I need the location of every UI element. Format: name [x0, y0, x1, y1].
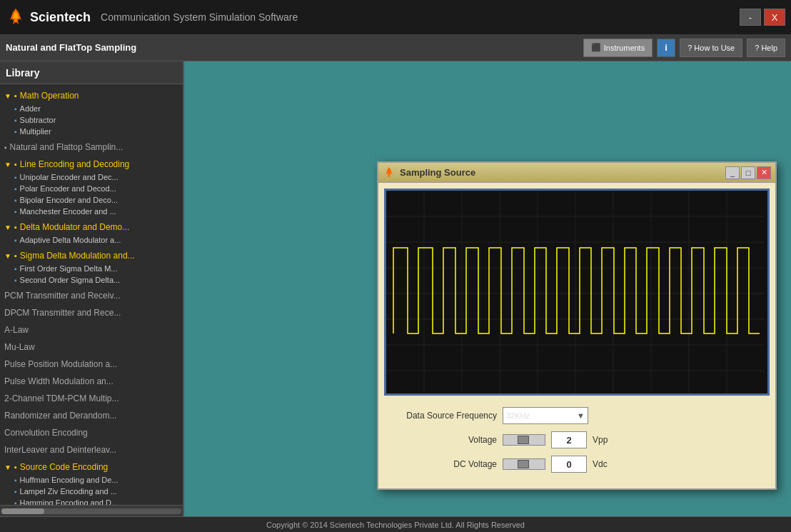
voltage-slider[interactable] [503, 434, 545, 446]
sampling-dialog: Sampling Source _ □ ✕ [377, 161, 777, 490]
list-item[interactable]: ▪ Hamming Encoding and D... [11, 497, 183, 505]
tree-parent-randomizer[interactable]: Randomizer and Derandom... [0, 408, 183, 423]
expand-arrow-natural: ▪ [4, 144, 7, 151]
scroll-thumb[interactable] [1, 508, 44, 514]
dc-voltage-slider[interactable] [503, 458, 545, 470]
dialog-close-button[interactable]: ✕ [757, 166, 771, 179]
doc-icon: ▪ [14, 185, 17, 193]
oscilloscope-grid [386, 191, 767, 393]
tree-parent-source[interactable]: ▼ ▪ Source Code Encoding [0, 460, 183, 474]
dialog-title: Sampling Source [400, 167, 475, 178]
voltage-value-box: 2 [551, 431, 587, 448]
list-item[interactable]: ▪ Huffman Encoding and De... [11, 474, 183, 486]
expand-arrow-source: ▼ [4, 463, 11, 471]
tree-label-mulaw: Mu-Law [4, 342, 35, 352]
dialog-title-left: Sampling Source [383, 166, 475, 179]
dc-voltage-unit: Vdc [593, 459, 608, 469]
oscilloscope-display [384, 189, 770, 396]
list-item[interactable]: ▪ Manchester Encoder and ... [11, 206, 183, 217]
tree-group-delta: ▼ ▪ Delta Modulator and Demo... ▪ Adapti… [0, 219, 183, 247]
tree-parent-alaw[interactable]: A-Law [0, 323, 183, 337]
tree-parent-sigma[interactable]: ▼ ▪ Sigma Delta Modulation and... [0, 249, 183, 263]
list-item[interactable]: ▪ Bipolar Encoder and Deco... [11, 194, 183, 206]
tree-parent-delta[interactable]: ▼ ▪ Delta Modulator and Demo... [0, 220, 183, 234]
app-title: Scientech [30, 10, 91, 25]
list-item[interactable]: ▪ Second Order Sigma Delta... [11, 274, 183, 286]
list-item[interactable]: ▪ Adder [11, 103, 183, 114]
doc-icon: ▪ [14, 499, 17, 506]
tree-parent-pcm[interactable]: PCM Transmitter and Receiv... [0, 288, 183, 303]
doc-icon: ▪ [14, 208, 17, 216]
how-to-use-button[interactable]: ? How to Use [680, 39, 742, 57]
tree-parent-tdm[interactable]: 2-Channel TDM-PCM Multip... [0, 391, 183, 406]
freq-dropdown[interactable]: 32KHz ▼ [503, 407, 588, 424]
doc-icon: ▪ [14, 265, 17, 273]
dialog-minimize-button[interactable]: _ [725, 166, 740, 179]
list-item[interactable]: ▪ Unipolar Encoder and Dec... [11, 171, 183, 183]
freq-label: Data Source Frequency [390, 411, 497, 421]
main-layout: Natural and FlatTop Sampling ⬛ Instrumen… [0, 34, 791, 532]
tree-label-line: Line Encoding and Decoding [20, 159, 129, 169]
tree-label-delta: Delta Modulator and Demo... [20, 222, 129, 232]
dialog-logo-icon [383, 166, 396, 179]
titlebar-controls: - X [740, 9, 785, 26]
tree-label-dpcm: DPCM Transmitter and Rece... [4, 308, 121, 318]
app-logo: Scientech Communication System Simulatio… [6, 7, 298, 27]
dc-voltage-label: DC Voltage [390, 459, 497, 469]
help-button[interactable]: ? Help [747, 39, 785, 57]
tree-parent-line[interactable]: ▼ ▪ Line Encoding and Decoding [0, 157, 183, 171]
dropdown-arrow-icon: ▼ [577, 411, 585, 420]
content-title: Natural and FlatTop Sampling [6, 42, 579, 53]
dc-voltage-control-row: DC Voltage 0 Vdc [390, 456, 764, 473]
tree-parent-interleaver[interactable]: InterLeaver and Deinterleav... [0, 443, 183, 457]
expand-arrow-delta: ▼ [4, 224, 11, 231]
tree-label-pwm: Pulse Width Modulation an... [4, 376, 114, 386]
library-tree[interactable]: ▼ ▪ Math Operation ▪ Adder ▪ Subtractor [0, 84, 183, 505]
tree-children-math: ▪ Adder ▪ Subtractor ▪ Multiplier [0, 103, 183, 137]
tree-label-tdm: 2-Channel TDM-PCM Multip... [4, 393, 119, 403]
list-item[interactable]: ▪ Polar Encoder and Decod... [11, 183, 183, 194]
tree-group-sigma: ▼ ▪ Sigma Delta Modulation and... ▪ Firs… [0, 247, 183, 287]
tree-parent-pwm[interactable]: Pulse Width Modulation an... [0, 374, 183, 388]
copyright-text: Copyright © 2014 Scientech Technologies … [266, 521, 525, 529]
tree-group-dpcm: DPCM Transmitter and Rece... [0, 304, 183, 321]
tree-parent-convolution[interactable]: Convolution Encoding [0, 426, 183, 440]
close-app-button[interactable]: X [764, 9, 785, 26]
scroll-track [1, 508, 181, 514]
voltage-slider-thumb[interactable] [518, 436, 529, 444]
list-item[interactable]: ▪ Subtractor [11, 114, 183, 126]
doc-icon: ▪ [14, 105, 17, 113]
list-item[interactable]: ▪ First Order Sigma Delta M... [11, 263, 183, 274]
minimize-button[interactable]: - [740, 9, 761, 26]
list-item[interactable]: ▪ Lampel Ziv Encoding and ... [11, 486, 183, 497]
info-button[interactable]: i [657, 39, 675, 57]
tree-group-convolution: Convolution Encoding [0, 424, 183, 441]
tree-parent-dpcm[interactable]: DPCM Transmitter and Rece... [0, 306, 183, 320]
tree-group-tdm: 2-Channel TDM-PCM Multip... [0, 390, 183, 407]
folder-icon-math: ▪ [14, 91, 17, 100]
list-item[interactable]: ▪ Adaptive Delta Modulator a... [11, 234, 183, 246]
content-area: duit TP4 Sampling Source [184, 61, 791, 516]
tree-label-source: Source Code Encoding [20, 462, 108, 472]
expand-arrow-sigma: ▼ [4, 252, 11, 260]
list-item[interactable]: ▪ Multiplier [11, 126, 183, 137]
dc-voltage-slider-thumb[interactable] [518, 460, 529, 468]
tree-group-natural: ▪ Natural and Flattop Samplin... [0, 139, 183, 156]
folder-icon-delta: ▪ [14, 223, 17, 231]
library-scrollbar-h[interactable] [0, 505, 183, 516]
tree-parent-math[interactable]: ▼ ▪ Math Operation [0, 89, 183, 103]
tree-label-randomizer: Randomizer and Derandom... [4, 411, 116, 421]
instruments-button[interactable]: ⬛ Instruments [583, 39, 653, 57]
tree-parent-natural[interactable]: ▪ Natural and Flattop Samplin... [0, 140, 183, 154]
tree-parent-ppm[interactable]: Pulse Position Modulation a... [0, 357, 183, 371]
app-subtitle: Communication System Simulation Software [101, 11, 298, 23]
tree-children-line: ▪ Unipolar Encoder and Dec... ▪ Polar En… [0, 171, 183, 217]
tree-label-convolution: Convolution Encoding [4, 428, 88, 438]
instruments-icon: ⬛ [591, 43, 601, 52]
svg-marker-2 [386, 167, 393, 178]
body-layout: Library ▼ ▪ Math Operation ▪ Adder [0, 61, 791, 516]
tree-parent-mulaw[interactable]: Mu-Law [0, 340, 183, 354]
folder-icon-line: ▪ [14, 160, 17, 169]
dialog-restore-button[interactable]: □ [741, 166, 755, 179]
tree-label-alaw: A-Law [4, 325, 29, 335]
